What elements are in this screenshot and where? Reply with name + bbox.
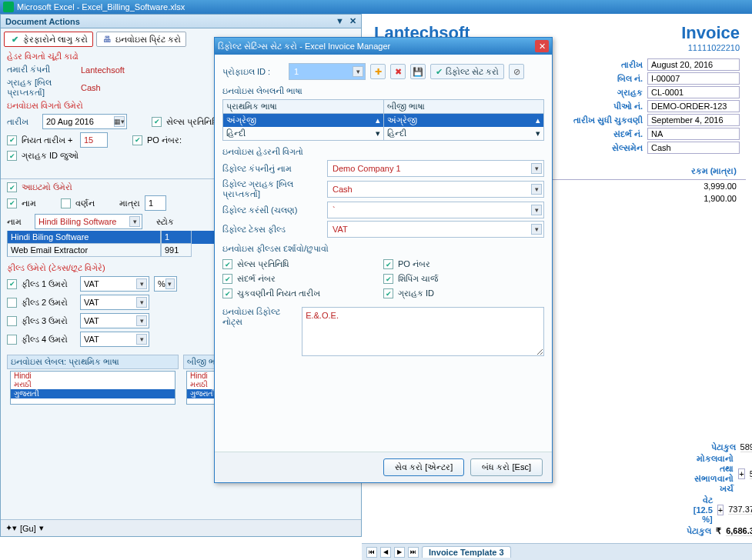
lang-gujarati-selected[interactable]: ગુજરાતી — [11, 389, 175, 398]
field1-label: ફીલ્ડ 1 ઉમરો — [22, 279, 75, 289]
sales-rep-checkbox[interactable]: ✔ — [152, 117, 162, 127]
field1-pct[interactable]: %▾ — [154, 276, 177, 292]
last-sheet-button[interactable]: ⏭ — [408, 547, 419, 558]
add-profile-button[interactable]: ✚ — [370, 64, 386, 79]
field1-combo[interactable]: VAT▾ — [80, 276, 149, 292]
first-sheet-button[interactable]: ⏮ — [366, 547, 377, 558]
inv-date-lbl: તારીખ — [550, 60, 643, 70]
cb-shipchg-label: શિપિંગ ચાર્જ — [398, 274, 438, 284]
field4-checkbox[interactable] — [7, 335, 17, 345]
duedate-input[interactable] — [80, 132, 108, 148]
status-bar: ✦▾ [Gu] ▾ — [1, 519, 361, 536]
profile-id-combo[interactable]: 1▾ — [289, 63, 366, 80]
po-checkbox[interactable]: ✔ — [132, 135, 142, 145]
date-value: 20 Aug 2016 — [46, 117, 94, 126]
item-selected: Hindi Biling Software — [38, 217, 117, 226]
secondary-lang-english[interactable]: અંગ્રેજી▴ — [384, 114, 544, 127]
document-actions-header: Document Actions ▼ ✕ — [1, 15, 361, 28]
chevron-down-icon: ▾ — [353, 66, 363, 77]
set-default-button[interactable]: ✔ડિફોલ્ટ સેટ કરો — [430, 64, 504, 79]
inv-due-val: September 4, 2016 — [647, 114, 740, 126]
desc-label: વર્ણન — [75, 198, 95, 208]
save-button[interactable]: સેવ કરો [એન્ટર] — [383, 458, 464, 476]
language-grid: પ્રાથમિક ભાષા અંગ્રેજી▴ હિન્દી▾ બીજી ભાષ… — [222, 99, 544, 141]
close-icon[interactable]: ✕ — [349, 16, 356, 25]
up-icon: ▴ — [376, 115, 380, 125]
print-invoice-button[interactable]: 🖶 ઇનવોઇસ પ્રિંટ કરો — [96, 32, 186, 47]
dialog-close-button[interactable]: ✕ — [535, 40, 549, 52]
item2-name: Web Email Extractor — [7, 244, 161, 257]
inv-ref-val: NA — [647, 128, 740, 140]
inv-ref-lbl: સંદર્ભ નં. — [550, 129, 643, 139]
default-currency-combo[interactable]: `▾ — [327, 202, 544, 218]
default-customer-combo[interactable]: Cash▾ — [327, 181, 544, 198]
apply-changes-button[interactable]: ✔ ફેરફારોને લાગુ કરો — [4, 32, 93, 47]
help-button[interactable]: ⊘ — [509, 64, 524, 79]
primary-lang-hindi[interactable]: હિન્દી▾ — [223, 127, 383, 140]
cb-custid-label: ગ્રાહક ID — [398, 288, 434, 298]
cb-paydue[interactable]: ✔ — [222, 288, 232, 298]
cb-salesrep[interactable]: ✔ — [222, 259, 232, 269]
lang-hindi[interactable]: Hindi — [11, 372, 175, 380]
field4-combo[interactable]: VAT▾ — [80, 332, 149, 347]
status-lang[interactable]: [Gu] — [20, 524, 36, 533]
date-picker[interactable]: 20 Aug 2016 ▦▾ — [42, 114, 127, 129]
desc-checkbox[interactable] — [61, 198, 71, 208]
default-notes-textarea[interactable] — [302, 307, 544, 356]
field3-checkbox[interactable] — [7, 316, 17, 326]
primary-lang-english[interactable]: અંગ્રેજી▴ — [223, 114, 383, 127]
delete-profile-button[interactable]: ✖ — [390, 64, 406, 79]
cb-pono[interactable]: ✔ — [383, 259, 393, 269]
dialog-title: ડિફોલ્ટ સેટિંગ્સ સેટ કરો - Excel Invoice… — [218, 42, 390, 52]
vat-val: 737.375 — [728, 505, 752, 515]
company-label: તમારી કંપની — [7, 65, 76, 75]
default-currency-label: ડિફોલ્ટ કરંસી (ચલણ) — [222, 205, 323, 215]
excel-icon — [3, 2, 14, 12]
inv-bill-lbl: બિલ નં. — [550, 74, 643, 84]
save-profile-button[interactable]: 💾 — [410, 64, 426, 79]
field2-combo[interactable]: VAT▾ — [80, 295, 149, 310]
close-button[interactable]: બંધ કરો [Esc] — [470, 458, 543, 476]
duedate-checkbox[interactable]: ✔ — [7, 135, 17, 145]
prev-sheet-button[interactable]: ◀ — [380, 547, 391, 558]
inv-bill-val: I-00007 — [647, 72, 740, 85]
field2-checkbox[interactable] — [7, 298, 17, 308]
default-tax-combo[interactable]: VAT▾ — [327, 221, 544, 238]
inv-date-val: August 20, 2016 — [647, 58, 740, 71]
grid-name-header: નામ — [7, 217, 30, 227]
inv-cust-lbl: ગ્રાહક — [550, 88, 643, 98]
cb-shipchg[interactable]: ✔ — [383, 274, 393, 284]
sheet-tab-active[interactable]: Invoice Template 3 — [422, 546, 511, 558]
name-checkbox[interactable]: ✔ — [7, 198, 17, 208]
titlebar-text: Microsoft Excel - Excel_Billing_Software… — [17, 2, 185, 12]
print-invoice-label: ઇનવોઇસ પ્રિંટ કરો — [115, 35, 181, 45]
excel-titlebar: Microsoft Excel - Excel_Billing_Software… — [0, 0, 752, 14]
field1-checkbox[interactable]: ✔ — [7, 279, 17, 289]
profile-id-label: પ્રોફાઇલ ID : — [222, 67, 284, 77]
items-checkbox[interactable]: ✔ — [7, 182, 17, 192]
secondary-lang-hindi[interactable]: હિન્દી▾ — [384, 127, 544, 140]
inv-cust-val: CL-0001 — [647, 86, 740, 98]
down-icon: ▾ — [376, 128, 380, 138]
next-sheet-button[interactable]: ▶ — [394, 547, 405, 558]
cb-custid[interactable]: ✔ — [383, 288, 393, 298]
name-label: નામ — [22, 198, 36, 208]
total-lbl: પેટાકુલ — [687, 526, 711, 536]
default-company-combo[interactable]: Demo Company 1▾ — [327, 160, 544, 177]
cb-refno[interactable]: ✔ — [222, 274, 232, 284]
custid-checkbox[interactable]: ✔ — [7, 151, 17, 161]
chevron-down-icon: ▾ — [136, 334, 147, 345]
primary-lang-list[interactable]: Hindi મરાઠી ગુજરાતી — [10, 371, 175, 405]
duedate-label: નિયત તારીખ + — [22, 135, 75, 145]
sheet-tab-bar: ⏮ ◀ ▶ ⏭ Invoice Template 3 — [362, 543, 752, 560]
lang-marathi[interactable]: મરાઠી — [11, 380, 175, 389]
default-company-label: ડિફોલ્ટ કંપનીનું નામ — [222, 164, 323, 174]
field3-combo[interactable]: VAT▾ — [80, 313, 149, 328]
item1-name: Hindi Biling Software — [7, 231, 161, 244]
chevron-down-icon: ▾ — [531, 184, 542, 195]
item-name-combo[interactable]: Hindi Biling Software ▾ — [35, 214, 142, 229]
qty-input[interactable] — [145, 195, 166, 211]
dropdown-icon[interactable]: ▼ — [336, 16, 344, 25]
customer-label: ગ્રાહક [બિલ પ્રાપ્તકર્તા] — [7, 78, 76, 98]
status-dropdown-icon[interactable]: ▾ — [39, 523, 44, 533]
